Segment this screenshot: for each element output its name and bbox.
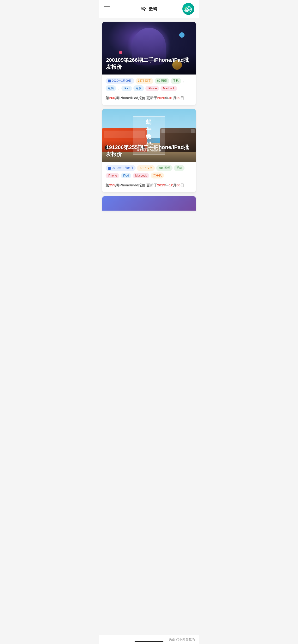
tag-comma-2: ， [117, 86, 120, 90]
article-1-tag-iphone[interactable]: iPhone [145, 86, 159, 91]
article-1-tag-ipad[interactable]: iPad [121, 86, 132, 91]
svg-point-7 [185, 8, 186, 8]
article-1-tag-pc2[interactable]: 电脑 [133, 85, 144, 91]
article-1-date-tag[interactable]: 2020年1月09日 [106, 78, 134, 84]
article-1-words-tag[interactable]: 1577 汉字 [135, 78, 153, 84]
article-card-3-partial[interactable] [102, 196, 196, 210]
article-1-meta: 2020年1月09日 1577 汉字 60 围观 手机 ， 电脑 ， iPad … [102, 74, 196, 93]
article-1-tag-pc[interactable]: 电脑 [106, 85, 116, 91]
article-2-tag-macbook[interactable]: Macbook [133, 173, 149, 178]
article-2-tag-phone[interactable]: 手机 [174, 165, 185, 171]
article-1-title: 200109第266期二手iPhone/iPad批发报价 [106, 56, 192, 71]
article-1-tag-macbook[interactable]: Macbook [161, 86, 177, 91]
hamburger-menu-icon[interactable] [104, 6, 110, 11]
article-2-date-tag[interactable]: 2019年12月06日 [106, 165, 135, 171]
article-3-image-partial [102, 196, 196, 210]
svg-point-3 [184, 10, 189, 12]
article-2-views-tag[interactable]: 486 围观 [156, 165, 172, 171]
article-card-1[interactable]: 200109第266期二手iPhone/iPad批发报价 2020年1月09日 … [102, 22, 196, 105]
calendar-icon [108, 80, 111, 82]
tag-comma-1: ， [182, 79, 186, 83]
calendar-icon-2 [108, 167, 111, 170]
article-1-image: 200109第266期二手iPhone/iPad批发报价 [102, 22, 196, 74]
article-2-words-tag[interactable]: 3737 汉字 [137, 165, 155, 171]
app-header: 蜗牛数码 [99, 0, 199, 18]
snail-watermark: 蜗 牛 数 码 淘正品货源，物优价廉 [133, 116, 165, 154]
article-1-tag-phone[interactable]: 手机 [171, 78, 181, 84]
article-card-2[interactable]: 蜗 牛 数 码 淘正品货源，物优价廉 191206第255期二手iPhone/i… [102, 109, 196, 192]
site-logo[interactable] [182, 3, 194, 15]
article-2-description: 第255期iPhone/iPad报价 更新于2019年12月06日 [102, 180, 196, 192]
article-1-description: 第266期iPhone/iPad报价 更新于2020年01月09日 [102, 93, 196, 105]
header-title: 蜗牛数码 [141, 6, 157, 12]
article-1-views-tag[interactable]: 60 围观 [155, 78, 169, 84]
decorative-bubble-blue [179, 32, 185, 38]
article-2-tag-ipad[interactable]: iPad [121, 173, 131, 178]
article-2-tag-secondhand[interactable]: 二手机 [151, 172, 164, 178]
article-2-meta: 2019年12月06日 3737 汉字 486 围观 手机 iPhone iPa… [102, 162, 196, 180]
article-2-tag-iphone[interactable]: iPhone [106, 173, 119, 178]
article-2-image: 蜗 牛 数 码 淘正品货源，物优价廉 191206第255期二手iPhone/i… [102, 109, 196, 162]
article-1-title-overlay: 200109第266期二手iPhone/iPad批发报价 [102, 53, 196, 74]
